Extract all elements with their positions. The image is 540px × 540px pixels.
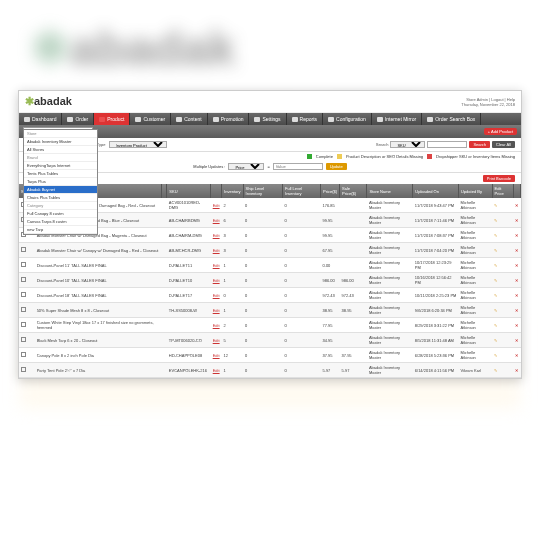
row-checkbox[interactable]: [21, 322, 26, 327]
user-info: Store Admin | Logout | Help: [461, 97, 515, 102]
edit-price-icon[interactable]: ✎: [494, 308, 497, 313]
bulk-field-select[interactable]: Price: [228, 163, 264, 170]
inventory-type-select[interactable]: Inventory Product: [109, 141, 167, 148]
col-store[interactable]: Store Name: [367, 184, 413, 198]
col-uploaded[interactable]: Uploaded On: [413, 184, 459, 198]
row-checkbox[interactable]: [21, 277, 26, 282]
dd-item[interactable]: Tents Plus Tables: [24, 170, 97, 178]
dd-item[interactable]: new Tarp: [24, 226, 97, 234]
nav-dashboard[interactable]: Dashboard: [19, 113, 62, 125]
col-sku[interactable]: SKU: [167, 184, 211, 198]
dd-item[interactable]: All Stores: [24, 146, 97, 154]
cell-sale: 986.00: [340, 273, 367, 288]
edit-price-icon[interactable]: ✎: [494, 248, 497, 253]
row-checkbox[interactable]: [21, 367, 26, 372]
dd-item-selected[interactable]: Abadak Buy.net: [24, 186, 97, 194]
edit-price-icon[interactable]: ✎: [494, 293, 497, 298]
col-sale[interactable]: Sale Price($): [340, 184, 367, 198]
logout-link[interactable]: Logout: [491, 97, 503, 102]
col[interactable]: [513, 184, 520, 198]
col-inventory[interactable]: Inventory: [222, 184, 243, 198]
col-ship[interactable]: Ship Level Inventory: [243, 184, 282, 198]
delete-icon[interactable]: ✕: [515, 353, 518, 358]
nav-promotion[interactable]: Promotion: [208, 113, 250, 125]
delete-icon[interactable]: ✕: [515, 368, 518, 373]
delete-icon[interactable]: ✕: [515, 338, 518, 343]
edit-link[interactable]: Edit: [213, 323, 220, 328]
edit-link[interactable]: Edit: [213, 218, 220, 223]
nav-configuration[interactable]: Configuration: [323, 113, 372, 125]
dd-item[interactable]: Canvas Tarps 8 custm: [24, 218, 97, 226]
edit-link[interactable]: Edit: [213, 263, 220, 268]
row-checkbox[interactable]: [21, 247, 26, 252]
col-edit[interactable]: Edit Price: [492, 184, 513, 198]
clear-button[interactable]: Clear All: [492, 141, 515, 148]
edit-link[interactable]: Edit: [213, 338, 220, 343]
dd-item[interactable]: Abadak Inventory Master: [24, 138, 97, 146]
row-checkbox[interactable]: [21, 337, 26, 342]
dd-item[interactable]: Chairs Plus Tables: [24, 194, 97, 202]
edit-price-icon[interactable]: ✎: [494, 278, 497, 283]
add-product-button[interactable]: + Add Product: [484, 128, 517, 135]
nav-product[interactable]: Product: [94, 113, 130, 125]
search-button[interactable]: Search: [469, 141, 490, 148]
edit-price-icon[interactable]: ✎: [494, 353, 497, 358]
col-updated[interactable]: Updated By: [458, 184, 492, 198]
update-button[interactable]: Update: [326, 163, 347, 170]
edit-link[interactable]: Edit: [213, 203, 220, 208]
print-barcode-button[interactable]: Print Barcode: [483, 175, 515, 182]
col[interactable]: [211, 184, 222, 198]
help-link[interactable]: Help: [507, 97, 515, 102]
edit-link[interactable]: Edit: [213, 308, 220, 313]
edit-price-icon[interactable]: ✎: [494, 233, 497, 238]
row-checkbox[interactable]: [21, 307, 26, 312]
table-row: Black Mesh Tarp 6 x 20 - CloseoutTP-MT00…: [19, 333, 521, 348]
edit-link[interactable]: Edit: [213, 368, 220, 373]
edit-link[interactable]: Edit: [213, 293, 220, 298]
delete-icon[interactable]: ✕: [515, 248, 518, 253]
edit-price-icon[interactable]: ✎: [494, 263, 497, 268]
dd-item[interactable]: Tarps Plus: [24, 178, 97, 186]
edit-price-icon[interactable]: ✎: [494, 368, 497, 373]
cell-store: Abadak Inventory Master: [367, 333, 413, 348]
edit-price-icon[interactable]: ✎: [494, 323, 497, 328]
search-input[interactable]: [427, 141, 467, 148]
edit-price-icon[interactable]: ✎: [494, 338, 497, 343]
cell-sale: [340, 213, 367, 228]
delete-icon[interactable]: ✕: [515, 263, 518, 268]
nav-reports[interactable]: Reports: [287, 113, 324, 125]
delete-icon[interactable]: ✕: [515, 323, 518, 328]
edit-price-icon[interactable]: ✎: [494, 218, 497, 223]
cell-full: 0: [283, 288, 321, 303]
col-price[interactable]: Price($): [321, 184, 340, 198]
nav-order[interactable]: Order: [62, 113, 94, 125]
edit-link[interactable]: Edit: [213, 248, 220, 253]
search-field-select[interactable]: SKU: [390, 141, 425, 148]
cell-inv: 1: [222, 303, 243, 318]
edit-price-icon[interactable]: ✎: [494, 203, 497, 208]
delete-icon[interactable]: ✕: [515, 203, 518, 208]
delete-icon[interactable]: ✕: [515, 233, 518, 238]
logo: ✱abadak: [25, 95, 72, 108]
nav-order-search[interactable]: Order Search Box: [422, 113, 481, 125]
row-checkbox[interactable]: [21, 292, 26, 297]
row-checkbox[interactable]: [21, 262, 26, 267]
col-full[interactable]: Full Level Inventory: [283, 184, 321, 198]
row-checkbox[interactable]: [21, 352, 26, 357]
nav-content[interactable]: Content: [171, 113, 208, 125]
dd-item[interactable]: Full Canopy 8 custm: [24, 210, 97, 218]
edit-link[interactable]: Edit: [213, 233, 220, 238]
delete-icon[interactable]: ✕: [515, 278, 518, 283]
nav-settings[interactable]: Settings: [249, 113, 286, 125]
nav-customer[interactable]: Customer: [130, 113, 171, 125]
bulk-value-input[interactable]: [273, 163, 323, 170]
delete-icon[interactable]: ✕: [515, 308, 518, 313]
cell-price: 0.00: [321, 258, 340, 273]
delete-icon[interactable]: ✕: [515, 293, 518, 298]
nav-internet-mirror[interactable]: Internet Mirror: [372, 113, 422, 125]
table-row: 50% Super Shade Mesh 8 x 8 - CloseoutTH-…: [19, 303, 521, 318]
edit-link[interactable]: Edit: [213, 353, 220, 358]
delete-icon[interactable]: ✕: [515, 218, 518, 223]
dd-item[interactable]: EverythingTarps Internet: [24, 162, 97, 170]
edit-link[interactable]: Edit: [213, 278, 220, 283]
